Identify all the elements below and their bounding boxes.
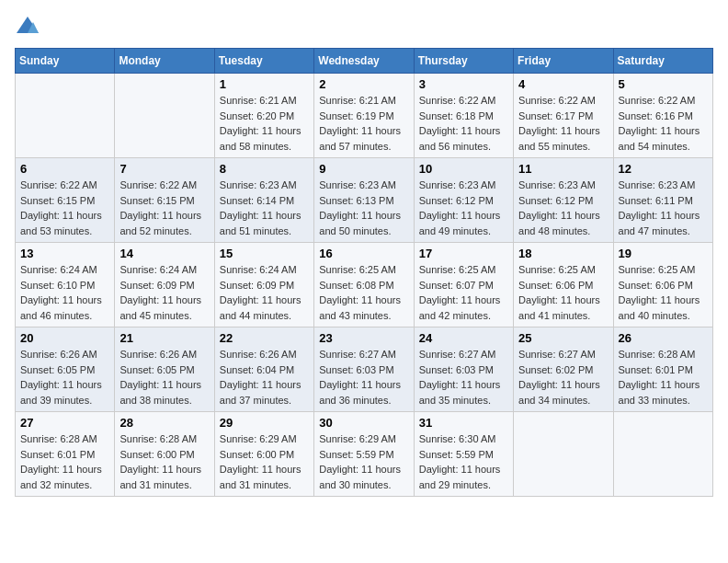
calendar-cell: 22 Sunrise: 6:26 AM Sunset: 6:04 PM Dayl… bbox=[214, 327, 313, 412]
daylight-text: Daylight: 11 hours and 36 minutes. bbox=[319, 379, 401, 406]
sunrise-text: Sunrise: 6:27 AM bbox=[319, 349, 396, 360]
calendar-cell: 1 Sunrise: 6:21 AM Sunset: 6:20 PM Dayli… bbox=[214, 74, 313, 158]
day-number: 22 bbox=[220, 331, 309, 345]
sunset-text: Sunset: 6:11 PM bbox=[619, 195, 693, 206]
daylight-text: Daylight: 11 hours and 54 minutes. bbox=[619, 125, 700, 152]
day-info: Sunrise: 6:24 AM Sunset: 6:09 PM Dayligh… bbox=[119, 262, 209, 323]
day-number: 28 bbox=[119, 416, 209, 430]
calendar-cell: 4 Sunrise: 6:22 AM Sunset: 6:17 PM Dayli… bbox=[514, 74, 613, 158]
day-number: 15 bbox=[220, 247, 309, 260]
sunrise-text: Sunrise: 6:25 AM bbox=[619, 264, 696, 275]
day-info: Sunrise: 6:26 AM Sunset: 6:05 PM Dayligh… bbox=[20, 347, 109, 408]
day-info: Sunrise: 6:21 AM Sunset: 6:20 PM Dayligh… bbox=[220, 93, 309, 154]
calendar-cell bbox=[16, 74, 115, 158]
daylight-text: Daylight: 11 hours and 55 minutes. bbox=[518, 125, 600, 152]
sunset-text: Sunset: 6:00 PM bbox=[220, 449, 294, 460]
weekday-header: Wednesday bbox=[314, 49, 414, 74]
day-number: 17 bbox=[419, 247, 508, 260]
daylight-text: Daylight: 11 hours and 38 minutes. bbox=[119, 379, 201, 406]
daylight-text: Daylight: 11 hours and 41 minutes. bbox=[518, 294, 600, 321]
daylight-text: Daylight: 11 hours and 34 minutes. bbox=[518, 379, 600, 406]
day-number: 30 bbox=[319, 416, 408, 430]
sunrise-text: Sunrise: 6:21 AM bbox=[220, 95, 297, 106]
sunrise-text: Sunrise: 6:23 AM bbox=[419, 179, 496, 190]
day-info: Sunrise: 6:22 AM Sunset: 6:17 PM Dayligh… bbox=[518, 93, 608, 154]
day-info: Sunrise: 6:28 AM Sunset: 6:01 PM Dayligh… bbox=[20, 431, 109, 492]
day-number: 3 bbox=[419, 77, 508, 91]
day-number: 31 bbox=[419, 416, 508, 430]
daylight-text: Daylight: 11 hours and 29 minutes. bbox=[419, 464, 501, 490]
day-number: 23 bbox=[319, 331, 408, 345]
daylight-text: Daylight: 11 hours and 33 minutes. bbox=[619, 379, 700, 406]
day-info: Sunrise: 6:27 AM Sunset: 6:02 PM Dayligh… bbox=[518, 347, 608, 408]
sunset-text: Sunset: 6:03 PM bbox=[419, 364, 494, 375]
calendar-cell: 5 Sunrise: 6:22 AM Sunset: 6:16 PM Dayli… bbox=[613, 74, 712, 158]
day-number: 5 bbox=[619, 77, 708, 91]
calendar-cell: 15 Sunrise: 6:24 AM Sunset: 6:09 PM Dayl… bbox=[214, 243, 313, 327]
day-number: 27 bbox=[20, 416, 109, 430]
calendar-cell: 16 Sunrise: 6:25 AM Sunset: 6:08 PM Dayl… bbox=[314, 243, 414, 327]
day-number: 14 bbox=[119, 247, 209, 260]
day-number: 24 bbox=[419, 331, 508, 345]
sunrise-text: Sunrise: 6:24 AM bbox=[119, 264, 197, 275]
sunset-text: Sunset: 6:16 PM bbox=[619, 110, 693, 121]
calendar-cell: 10 Sunrise: 6:23 AM Sunset: 6:12 PM Dayl… bbox=[414, 158, 513, 243]
sunrise-text: Sunrise: 6:23 AM bbox=[619, 179, 696, 190]
day-info: Sunrise: 6:22 AM Sunset: 6:16 PM Dayligh… bbox=[619, 93, 708, 154]
sunset-text: Sunset: 6:04 PM bbox=[220, 364, 294, 375]
sunrise-text: Sunrise: 6:22 AM bbox=[518, 95, 596, 106]
calendar-cell bbox=[514, 412, 613, 497]
calendar-cell: 30 Sunrise: 6:29 AM Sunset: 5:59 PM Dayl… bbox=[314, 412, 414, 497]
daylight-text: Daylight: 11 hours and 44 minutes. bbox=[220, 294, 301, 321]
day-number: 4 bbox=[518, 77, 608, 91]
calendar-cell: 13 Sunrise: 6:24 AM Sunset: 6:10 PM Dayl… bbox=[16, 243, 115, 327]
daylight-text: Daylight: 11 hours and 58 minutes. bbox=[220, 125, 301, 152]
calendar-cell: 27 Sunrise: 6:28 AM Sunset: 6:01 PM Dayl… bbox=[16, 412, 115, 497]
daylight-text: Daylight: 11 hours and 46 minutes. bbox=[20, 294, 102, 321]
day-info: Sunrise: 6:27 AM Sunset: 6:03 PM Dayligh… bbox=[319, 347, 408, 408]
day-info: Sunrise: 6:25 AM Sunset: 6:08 PM Dayligh… bbox=[319, 262, 408, 323]
daylight-text: Daylight: 11 hours and 40 minutes. bbox=[619, 294, 700, 321]
day-info: Sunrise: 6:23 AM Sunset: 6:14 PM Dayligh… bbox=[220, 178, 309, 238]
sunrise-text: Sunrise: 6:25 AM bbox=[518, 264, 596, 275]
day-number: 13 bbox=[20, 247, 109, 260]
day-number: 7 bbox=[119, 162, 209, 176]
sunrise-text: Sunrise: 6:29 AM bbox=[319, 433, 396, 444]
day-number: 11 bbox=[518, 162, 608, 176]
sunrise-text: Sunrise: 6:22 AM bbox=[619, 95, 696, 106]
daylight-text: Daylight: 11 hours and 35 minutes. bbox=[419, 379, 501, 406]
day-info: Sunrise: 6:24 AM Sunset: 6:09 PM Dayligh… bbox=[220, 262, 309, 323]
calendar-cell: 20 Sunrise: 6:26 AM Sunset: 6:05 PM Dayl… bbox=[16, 327, 115, 412]
day-number: 19 bbox=[619, 247, 708, 260]
calendar-table: SundayMondayTuesdayWednesdayThursdayFrid… bbox=[15, 48, 713, 497]
sunrise-text: Sunrise: 6:25 AM bbox=[419, 264, 496, 275]
calendar-cell: 2 Sunrise: 6:21 AM Sunset: 6:19 PM Dayli… bbox=[314, 74, 414, 158]
day-number: 12 bbox=[619, 162, 708, 176]
day-info: Sunrise: 6:23 AM Sunset: 6:13 PM Dayligh… bbox=[319, 178, 408, 238]
calendar-cell bbox=[115, 74, 214, 158]
sunset-text: Sunset: 6:09 PM bbox=[119, 280, 194, 291]
calendar-cell: 31 Sunrise: 6:30 AM Sunset: 5:59 PM Dayl… bbox=[414, 412, 513, 497]
page-header bbox=[15, 15, 713, 37]
logo bbox=[15, 15, 44, 37]
sunrise-text: Sunrise: 6:25 AM bbox=[319, 264, 396, 275]
daylight-text: Daylight: 11 hours and 51 minutes. bbox=[220, 210, 301, 236]
sunrise-text: Sunrise: 6:26 AM bbox=[119, 349, 197, 360]
calendar-cell: 19 Sunrise: 6:25 AM Sunset: 6:06 PM Dayl… bbox=[613, 243, 712, 327]
calendar-cell: 21 Sunrise: 6:26 AM Sunset: 6:05 PM Dayl… bbox=[115, 327, 214, 412]
sunrise-text: Sunrise: 6:28 AM bbox=[119, 433, 197, 444]
daylight-text: Daylight: 11 hours and 39 minutes. bbox=[20, 379, 102, 406]
calendar-cell: 12 Sunrise: 6:23 AM Sunset: 6:11 PM Dayl… bbox=[613, 158, 712, 243]
calendar-cell: 14 Sunrise: 6:24 AM Sunset: 6:09 PM Dayl… bbox=[115, 243, 214, 327]
sunrise-text: Sunrise: 6:28 AM bbox=[20, 433, 97, 444]
daylight-text: Daylight: 11 hours and 53 minutes. bbox=[20, 210, 102, 236]
sunrise-text: Sunrise: 6:27 AM bbox=[419, 349, 496, 360]
calendar-cell: 6 Sunrise: 6:22 AM Sunset: 6:15 PM Dayli… bbox=[16, 158, 115, 243]
calendar-cell: 18 Sunrise: 6:25 AM Sunset: 6:06 PM Dayl… bbox=[514, 243, 613, 327]
sunrise-text: Sunrise: 6:23 AM bbox=[319, 179, 396, 190]
daylight-text: Daylight: 11 hours and 31 minutes. bbox=[220, 464, 301, 490]
sunrise-text: Sunrise: 6:30 AM bbox=[419, 433, 496, 444]
day-info: Sunrise: 6:22 AM Sunset: 6:18 PM Dayligh… bbox=[419, 93, 508, 154]
calendar-cell: 24 Sunrise: 6:27 AM Sunset: 6:03 PM Dayl… bbox=[414, 327, 513, 412]
calendar-cell: 26 Sunrise: 6:28 AM Sunset: 6:01 PM Dayl… bbox=[613, 327, 712, 412]
